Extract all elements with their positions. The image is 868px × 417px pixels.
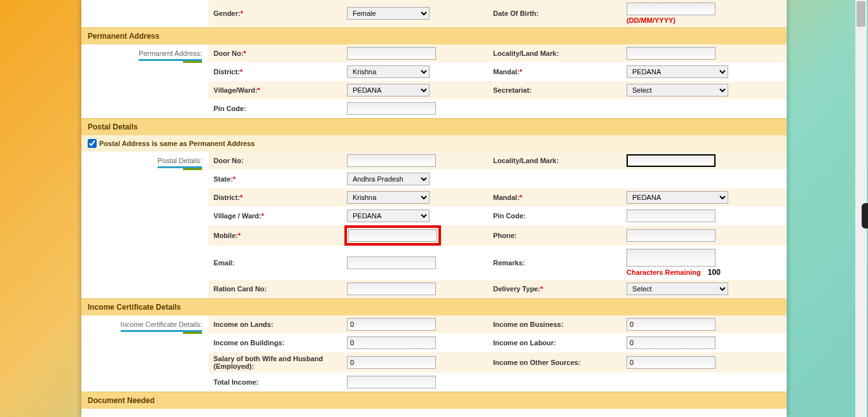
postal-header: Postal Details — [81, 118, 787, 135]
postal-pincode-input[interactable] — [627, 209, 715, 222]
postal-door-input[interactable] — [347, 154, 436, 167]
postal-same-row: Postal Address is same as Permanent Addr… — [81, 135, 787, 152]
permanent-address-grid: Permanent Address: Door No:* Locality/La… — [81, 44, 787, 118]
income-grid: Income Certificate Details: Income on La… — [81, 315, 787, 392]
income-business-label: Income on Business: — [488, 315, 621, 333]
dob-label: Date Of Birth: — [488, 0, 621, 27]
perm-village-label: Village/Ward: — [214, 86, 257, 94]
permanent-side-label: Permanent Address: — [139, 50, 202, 61]
income-buildings-input[interactable] — [347, 336, 436, 349]
income-labour-label: Income on Labour: — [488, 334, 621, 352]
perm-village-select[interactable]: PEDANA — [347, 84, 430, 96]
postal-district-select[interactable]: Krishna — [347, 191, 430, 204]
gender-select[interactable]: Female — [347, 7, 430, 20]
income-header: Income Certificate Details — [81, 298, 787, 315]
perm-district-label: District: — [214, 68, 240, 76]
postal-email-label: Email: — [208, 246, 342, 279]
perm-pincode-label: Pin Code: — [208, 100, 342, 117]
income-salary-input[interactable] — [347, 356, 436, 369]
income-other-label: Income on Other Sources: — [488, 352, 621, 373]
char-count: 100 — [708, 268, 721, 277]
income-total-input[interactable] — [347, 376, 436, 388]
perm-secretariat-label: Secretariat: — [488, 81, 621, 99]
side-tab-icon[interactable] — [862, 203, 868, 228]
income-salary-label: Salary of both Wife and Husband (Employe… — [208, 352, 342, 373]
postal-state-label: State: — [214, 175, 233, 183]
perm-district-select[interactable]: Krishna — [347, 65, 430, 78]
postal-side-label: Postal Details: — [158, 157, 202, 168]
postal-locality-input[interactable] — [627, 154, 715, 167]
perm-locality-label: Locality/Land Mark: — [488, 44, 621, 62]
postal-delivery-label: Delivery Type: — [493, 285, 540, 293]
char-remaining-label: Characters Remaining — [627, 268, 701, 276]
perm-pincode-input[interactable] — [347, 102, 436, 115]
income-total-label: Total Income: — [208, 373, 342, 391]
income-labour-input[interactable] — [627, 336, 715, 349]
postal-remarks-textarea[interactable] — [627, 249, 715, 267]
postal-phone-input[interactable] — [627, 229, 715, 242]
perm-mandal-label: Mandal: — [493, 68, 520, 76]
form-container: Gender:* Female Date Of Birth: (DD/MM/YY… — [81, 0, 787, 417]
postal-email-input[interactable] — [347, 256, 436, 269]
document-header: Document Needed — [81, 392, 787, 409]
income-other-input[interactable] — [627, 356, 715, 369]
perm-mandal-select[interactable]: PEDANA — [627, 65, 728, 78]
perm-secretariat-select[interactable]: Select — [627, 84, 728, 96]
gender-label: Gender:* — [208, 0, 342, 27]
income-side-label: Income Certificate Details: — [121, 321, 202, 332]
postal-village-label: Village / Ward: — [214, 212, 261, 220]
perm-locality-input[interactable] — [627, 47, 715, 60]
postal-grid: Postal Details: Door No: Locality/Land M… — [81, 152, 787, 298]
postal-state-select[interactable]: Andhra Pradesh — [347, 173, 430, 185]
mobile-highlight — [344, 225, 441, 246]
income-lands-input[interactable] — [347, 318, 436, 331]
perm-door-input[interactable] — [347, 47, 436, 60]
postal-ration-label: Ration Card No: — [208, 280, 342, 298]
postal-mobile-label: Mobile: — [214, 232, 238, 239]
postal-remarks-label: Remarks: — [488, 246, 621, 279]
postal-same-checkbox[interactable] — [88, 139, 97, 148]
postal-district-label: District: — [214, 194, 240, 201]
permanent-address-header: Permanent Address — [81, 27, 787, 44]
scrollbar-thumb[interactable] — [857, 1, 865, 27]
dob-input[interactable] — [627, 3, 715, 15]
postal-door-label: Door No: — [208, 152, 342, 169]
postal-pincode-label: Pin Code: — [488, 207, 621, 225]
postal-village-select[interactable]: PEDANA — [347, 209, 430, 222]
income-business-input[interactable] — [627, 318, 715, 331]
personal-section: Gender:* Female Date Of Birth: (DD/MM/YY… — [81, 0, 787, 27]
postal-delivery-select[interactable]: Select — [627, 282, 728, 295]
postal-ration-input[interactable] — [347, 282, 436, 295]
income-lands-label: Income on Lands: — [208, 315, 342, 333]
postal-mobile-input[interactable] — [348, 229, 437, 242]
postal-locality-label: Locality/Land Mark: — [488, 152, 621, 169]
postal-mandal-label: Mandal: — [493, 194, 520, 201]
postal-mandal-select[interactable]: PEDANA — [627, 191, 728, 204]
income-buildings-label: Income on Buildings: — [208, 334, 342, 352]
postal-phone-label: Phone: — [488, 225, 621, 246]
postal-same-label: Postal Address is same as Permanent Addr… — [99, 140, 255, 147]
perm-door-label: Door No: — [214, 50, 243, 57]
dob-hint: (DD/MM/YYYY) — [627, 17, 715, 24]
